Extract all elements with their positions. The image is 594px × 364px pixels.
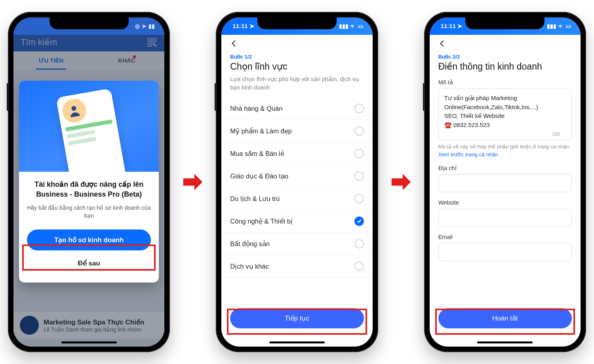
- category-label: Mỹ phẩm & Làm đẹp: [230, 127, 292, 135]
- status-time: 11:11: [232, 23, 248, 29]
- phone-frame-1: ◎➤▮▮ Tìm kiếm ƯU TIÊN KHÁC: [8, 12, 170, 352]
- status-icons: ▮▮▮ ᯤ ▭: [339, 23, 363, 29]
- later-button[interactable]: Để sau: [27, 253, 151, 274]
- flow-arrow-icon: [182, 171, 204, 193]
- home-indicator[interactable]: [269, 341, 325, 343]
- website-label: Website: [438, 199, 572, 206]
- char-count: 150: [552, 131, 560, 137]
- modal-title: Tài khoản đã được nâng cấp lên Business …: [27, 180, 151, 199]
- battery-icon: ▭: [358, 23, 363, 29]
- status-icons: ▮▮▮ ᯤ ▭: [547, 23, 571, 29]
- create-profile-button[interactable]: Tạo hồ sơ kinh doanh: [27, 229, 151, 250]
- category-item[interactable]: Công nghệ & Thiết bị: [221, 210, 372, 233]
- back-button[interactable]: [437, 38, 448, 49]
- radio-unchecked-icon[interactable]: [354, 126, 364, 136]
- notch: [50, 17, 129, 29]
- radio-unchecked-icon[interactable]: [354, 239, 364, 248]
- address-input[interactable]: [438, 174, 572, 192]
- page-heading: Chọn lĩnh vực: [230, 61, 364, 72]
- signal-icon: ▮▮▮: [547, 23, 556, 29]
- phone-frame-3: 11:11 ➤ ▮▮▮ ᯤ ▭ Bước 2/2 Điền thông tin …: [424, 12, 586, 352]
- notch: [465, 17, 544, 29]
- back-button[interactable]: [228, 38, 240, 49]
- email-label: Email: [438, 234, 572, 240]
- category-label: Du lịch & Lưu trú: [230, 195, 280, 203]
- radio-unchecked-icon[interactable]: [354, 262, 364, 271]
- website-input[interactable]: [438, 209, 572, 227]
- finish-button[interactable]: Hoàn tất: [438, 308, 572, 328]
- preview-profile-link[interactable]: Xem trước trang cá nhân: [438, 151, 498, 157]
- category-item[interactable]: Du lịch & Lưu trú: [221, 188, 372, 210]
- hero-avatar-icon: [61, 97, 88, 125]
- category-label: Dịch vụ khác: [230, 263, 269, 270]
- modal-hero-image: [19, 81, 159, 172]
- address-label: Địa chỉ: [438, 165, 572, 171]
- upgrade-modal: Tài khoản đã được nâng cấp lên Business …: [19, 81, 159, 282]
- radio-unchecked-icon[interactable]: [354, 104, 364, 113]
- battery-icon: ▭: [566, 23, 571, 29]
- category-item[interactable]: Nhà hàng & Quán: [221, 97, 372, 120]
- radio-unchecked-icon[interactable]: [354, 194, 364, 203]
- status-icons: ◎➤▮▮: [135, 23, 155, 29]
- step-label: Bước 2/2: [438, 54, 572, 60]
- category-item[interactable]: Mỹ phẩm & Làm đẹp: [221, 120, 372, 142]
- category-label: Nhà hàng & Quán: [230, 105, 282, 112]
- category-label: Công nghệ & Thiết bị: [230, 218, 293, 225]
- flow-arrow-icon: [390, 171, 412, 193]
- category-item[interactable]: Giáo dục & Đào tạo: [221, 165, 372, 188]
- wifi-icon: ᯤ: [350, 23, 356, 29]
- step-label: Bước 1/2: [230, 54, 364, 60]
- page-heading: Điền thông tin kinh doanh: [438, 61, 572, 72]
- page-subtext: Lựa chọn lĩnh vực phù hợp với sản phẩm, …: [230, 75, 364, 92]
- signal-icon: ▮▮▮: [339, 23, 348, 29]
- category-item[interactable]: Dịch vụ khác: [221, 255, 372, 278]
- location-icon: ➤: [249, 23, 255, 29]
- continue-button[interactable]: Tiếp tục: [230, 308, 364, 328]
- category-label: Giáo dục & Đào tạo: [230, 173, 288, 180]
- home-indicator[interactable]: [61, 341, 117, 343]
- radio-checked-icon[interactable]: [354, 216, 364, 226]
- location-icon: ➤: [457, 23, 463, 29]
- email-input[interactable]: [438, 243, 572, 261]
- category-list: Nhà hàng & QuánMỹ phẩm & Làm đẹpMua sắm …: [221, 97, 372, 278]
- radio-unchecked-icon[interactable]: [354, 171, 364, 181]
- notch: [257, 17, 337, 29]
- home-indicator[interactable]: [477, 341, 533, 343]
- category-label: Mua sắm & Bán lẻ: [230, 150, 284, 157]
- category-item[interactable]: Bất động sản: [221, 233, 372, 255]
- phone-frame-2: 11:11 ➤ ▮▮▮ ᯤ ▭ Bước 1/2 Chọn lĩnh vực L…: [216, 12, 378, 352]
- status-time: 11:11: [441, 23, 456, 29]
- category-item[interactable]: Mua sắm & Bán lẻ: [221, 142, 372, 165]
- wifi-icon: ᯤ: [558, 23, 564, 29]
- desc-hint: Mô tả về này sẽ thay thế phần giới thiệu…: [438, 143, 572, 150]
- svg-point-3: [71, 106, 76, 111]
- desc-label: Mô tả: [438, 79, 572, 85]
- modal-subtitle: Hãy bắt đầu bằng cách tạo hồ sơ kinh doa…: [27, 204, 151, 220]
- radio-unchecked-icon[interactable]: [354, 149, 364, 158]
- category-label: Bất động sản: [230, 240, 270, 248]
